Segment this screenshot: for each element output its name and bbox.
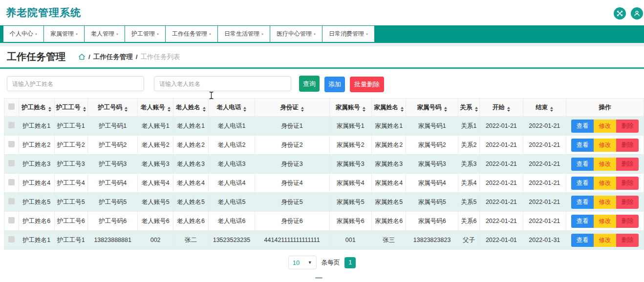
row-actions-cell: 查看修改删除 [566, 155, 644, 174]
delete-button[interactable]: 删除 [616, 234, 639, 247]
row-actions-cell: 查看修改删除 [566, 174, 644, 193]
column-header-5[interactable]: 老人姓名 [173, 99, 208, 117]
delete-button[interactable]: 删除 [616, 196, 639, 209]
edit-button[interactable]: 修改 [594, 215, 616, 228]
sort-icon[interactable] [550, 107, 553, 112]
page-1-button[interactable]: 1 [344, 257, 356, 268]
home-icon[interactable] [78, 53, 86, 60]
row-actions-cell: 查看修改删除 [566, 193, 644, 212]
breadcrumb-section[interactable]: 工作任务管理 [93, 53, 133, 61]
nav-tab-3[interactable]: 老人管理▾ [85, 26, 125, 42]
cell-家属号码: 13823823823 [406, 231, 458, 250]
view-button[interactable]: 查看 [571, 234, 594, 247]
edit-button[interactable]: 修改 [594, 139, 616, 152]
edit-button[interactable]: 修改 [594, 177, 616, 190]
nav-tab-2[interactable]: 家属管理▾ [44, 26, 84, 42]
edit-button[interactable]: 修改 [594, 158, 616, 171]
fullscreen-icon[interactable] [614, 7, 626, 20]
column-header-label: 家属号码 [417, 104, 442, 111]
scrollbar-thumb[interactable] [315, 277, 322, 279]
nav-tab-8[interactable]: 日常消费管理▾ [322, 26, 374, 42]
sort-icon[interactable] [363, 107, 365, 112]
nav-tab-6[interactable]: 日常生活管理▾ [218, 26, 270, 42]
view-button[interactable]: 查看 [571, 196, 594, 209]
view-button[interactable]: 查看 [571, 177, 594, 190]
elder-name-input[interactable] [154, 76, 291, 91]
column-header-6[interactable]: 老人电话 [209, 99, 255, 117]
cell-老人姓名: 老人姓名1 [173, 117, 208, 136]
sort-icon[interactable] [83, 107, 86, 112]
row-select-cell [4, 155, 19, 174]
row-checkbox[interactable] [8, 217, 15, 223]
delete-button[interactable]: 删除 [616, 215, 639, 228]
sort-icon[interactable] [507, 107, 510, 112]
page-size-select[interactable]: 10 ▼ [288, 256, 317, 269]
view-button[interactable]: 查看 [571, 158, 594, 171]
table-row: 护工姓名1护工工号113823888881002张二13523523235441… [4, 231, 644, 250]
cell-护工姓名: 护工姓名5 [19, 193, 54, 212]
add-button[interactable]: 添加 [324, 77, 345, 92]
cell-结束: 2022-01-21 [523, 193, 566, 212]
view-button[interactable]: 查看 [571, 215, 594, 228]
delete-button[interactable]: 删除 [616, 177, 639, 190]
row-checkbox[interactable] [8, 160, 15, 166]
query-button[interactable]: 查询 [299, 76, 320, 92]
chevron-down-icon: ▾ [314, 32, 316, 36]
row-checkbox[interactable] [8, 141, 15, 147]
row-checkbox[interactable] [8, 122, 15, 128]
cell-关系: 关系4 [458, 174, 479, 193]
row-checkbox[interactable] [8, 179, 15, 185]
sort-icon[interactable] [125, 107, 128, 112]
column-header-10[interactable]: 家属号码 [406, 99, 458, 117]
view-button[interactable]: 查看 [571, 139, 594, 152]
column-header-label: 操作 [599, 104, 611, 111]
nav-tab-1[interactable]: 个人中心▾ [3, 26, 43, 42]
sort-down-arrow [83, 110, 86, 112]
sort-icon[interactable] [401, 107, 404, 112]
sort-icon[interactable] [243, 107, 246, 112]
column-header-8[interactable]: 家属账号 [329, 99, 371, 117]
sort-icon[interactable] [444, 107, 447, 112]
row-checkbox[interactable] [8, 198, 15, 204]
column-header-12[interactable]: 开始 [480, 99, 523, 117]
batch-delete-button[interactable]: 批量删除 [350, 77, 384, 92]
cell-关系: 关系6 [458, 212, 479, 231]
cell-家属账号: 家属账号3 [329, 155, 371, 174]
column-header-2[interactable]: 护工工号 [54, 99, 87, 117]
column-header-label: 家属姓名 [374, 104, 398, 111]
nav-tab-7[interactable]: 医疗中心管理▾ [270, 26, 322, 42]
sort-icon[interactable] [475, 107, 478, 112]
column-header-1[interactable]: 护工姓名 [19, 99, 54, 117]
row-actions-cell: 查看修改删除 [566, 136, 644, 155]
select-all-checkbox[interactable] [8, 103, 15, 110]
cell-护工姓名: 护工姓名1 [19, 117, 54, 136]
sort-down-arrow [401, 110, 404, 112]
nav-tab-5[interactable]: 工作任务管理▾ [166, 26, 217, 42]
table-row: 护工姓名1护工工号1护工号码1老人账号1老人姓名1老人电话1身份证1家属账号1家… [4, 117, 644, 136]
edit-button[interactable]: 修改 [594, 196, 616, 209]
edit-button[interactable]: 修改 [594, 234, 616, 247]
column-header-11[interactable]: 关系 [458, 99, 479, 117]
view-button[interactable]: 查看 [571, 120, 594, 133]
column-header-13[interactable]: 结束 [523, 99, 566, 117]
column-header-3[interactable]: 护工号码 [87, 99, 138, 117]
delete-button[interactable]: 删除 [616, 120, 639, 133]
delete-button[interactable]: 删除 [616, 139, 639, 152]
cell-结束: 2022-01-21 [523, 174, 566, 193]
user-icon[interactable] [631, 7, 643, 20]
sort-icon[interactable] [48, 107, 51, 112]
cell-开始: 2022-01-21 [480, 155, 523, 174]
column-header-4[interactable]: 老人账号 [138, 99, 173, 117]
row-checkbox[interactable] [8, 236, 15, 242]
edit-button[interactable]: 修改 [594, 120, 616, 133]
column-header-9[interactable]: 家属姓名 [371, 99, 406, 117]
column-header-14: 操作 [566, 99, 644, 117]
nav-tab-4[interactable]: 护工管理▾ [125, 26, 165, 42]
column-header-7[interactable]: 身份证 [255, 99, 329, 117]
delete-button[interactable]: 删除 [616, 158, 639, 171]
sort-icon[interactable] [301, 107, 304, 112]
caregiver-name-input[interactable] [7, 76, 144, 91]
sort-icon[interactable] [203, 107, 206, 112]
sort-icon[interactable] [168, 107, 171, 112]
cell-开始: 2022-01-21 [480, 193, 523, 212]
